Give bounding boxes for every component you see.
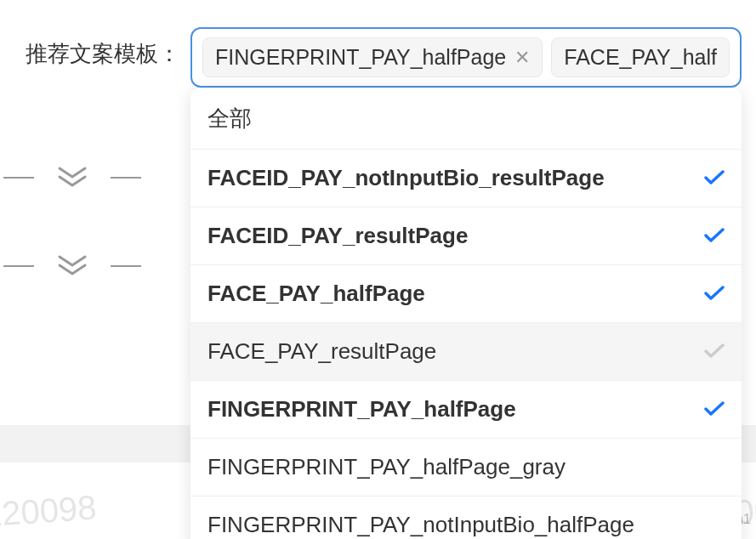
divider-line	[111, 265, 141, 267]
check-icon	[704, 340, 725, 364]
option-label: FINGERPRINT_PAY_halfPage	[207, 396, 516, 423]
tag-label: FINGERPRINT_PAY_halfPage	[215, 45, 506, 70]
check-icon	[704, 398, 725, 422]
check-icon	[704, 224, 725, 248]
dropdown-option-all[interactable]: 全部	[190, 88, 742, 150]
option-label: FACEID_PAY_resultPage	[207, 223, 468, 249]
option-label: FINGERPRINT_PAY_notInputBio_halfPage	[207, 512, 634, 538]
option-label: FACEID_PAY_notInputBio_resultPage	[207, 165, 605, 191]
dropdown-option[interactable]: FACE_PAY_halfPage	[190, 265, 742, 323]
option-label: 全部	[207, 104, 252, 133]
tag-label: FACE_PAY_half	[564, 45, 717, 70]
dropdown-option[interactable]: FACEID_PAY_resultPage	[190, 207, 742, 265]
check-icon	[704, 282, 725, 306]
divider-line	[111, 177, 141, 179]
selected-tag[interactable]: FACE_PAY_half	[551, 37, 730, 77]
chevron-down-icon	[58, 255, 87, 277]
dropdown-option[interactable]: FINGERPRINT_PAY_halfPage	[190, 381, 742, 439]
multiselect-input[interactable]: FINGERPRINT_PAY_halfPage ✕ FACE_PAY_half	[190, 27, 742, 88]
divider-line	[3, 177, 34, 179]
dropdown-option[interactable]: FINGERPRINT_PAY_notInputBio_halfPage	[190, 496, 742, 539]
dropdown-option[interactable]: FINGERPRINT_PAY_halfPage_gray	[190, 439, 742, 496]
selected-tag[interactable]: FINGERPRINT_PAY_halfPage ✕	[202, 37, 543, 77]
option-label: FACE_PAY_resultPage	[207, 338, 436, 365]
dropdown-option[interactable]: FACE_PAY_resultPage	[190, 323, 742, 381]
chevron-down-icon	[58, 167, 87, 189]
close-icon[interactable]: ✕	[514, 48, 530, 67]
field-label: 推荐文案模板：	[26, 27, 180, 69]
divider-line	[3, 265, 34, 267]
option-label: FACE_PAY_halfPage	[207, 281, 425, 307]
watermark-text: 120098	[0, 488, 98, 534]
dropdown-menu: 全部 FACEID_PAY_notInputBio_resultPage FAC…	[190, 88, 742, 539]
dropdown-option[interactable]: FACEID_PAY_notInputBio_resultPage	[190, 150, 742, 207]
check-icon	[704, 167, 725, 190]
option-label: FINGERPRINT_PAY_halfPage_gray	[207, 454, 566, 480]
